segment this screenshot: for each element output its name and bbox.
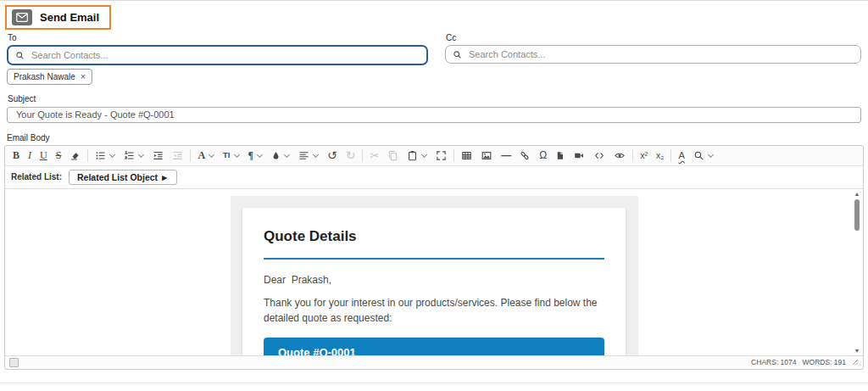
remove-recipient-icon[interactable]: ×	[81, 72, 86, 81]
redo-button: ↻	[342, 148, 360, 163]
cc-searchbox	[445, 45, 861, 64]
text-size-button[interactable]: TI	[219, 149, 243, 161]
insert-table-icon	[461, 150, 472, 161]
paragraph-format-button[interactable]: ¶	[244, 148, 267, 162]
recipient-chip[interactable]: Prakash Nawale ×	[7, 69, 92, 85]
chevron-down-icon	[209, 153, 214, 159]
chevron-down-icon	[257, 153, 263, 159]
recipient-chip-name: Prakash Nawale	[14, 72, 75, 81]
rich-text-editor: BIUSATI¶↺↻✂—Ωx²x₂A Related List: Related…	[4, 145, 864, 370]
search-icon	[453, 50, 462, 59]
insert-image-button[interactable]	[476, 148, 497, 163]
find-replace-button[interactable]	[689, 148, 718, 163]
email-body-label: Email Body	[7, 133, 861, 142]
font-color-button[interactable]: A	[193, 148, 219, 162]
toolbar-separator	[670, 149, 671, 162]
strikethrough-icon: S	[56, 150, 62, 160]
highlight-color-button[interactable]	[267, 148, 294, 163]
text-size-icon: TI	[223, 151, 230, 159]
copy-button	[383, 148, 403, 163]
paste-icon	[407, 150, 418, 161]
insert-file-button[interactable]	[551, 148, 569, 163]
vertical-scrollbar[interactable]: ▲ ▼	[852, 190, 862, 355]
subscript-button[interactable]: x₂	[652, 149, 668, 162]
scroll-up-icon[interactable]: ▲	[854, 190, 860, 198]
outdent-icon	[172, 150, 183, 161]
greeting-text: Dear Prakash,	[264, 274, 604, 286]
send-email-header: Send Email	[5, 5, 111, 30]
blue-divider	[264, 258, 604, 260]
intro-paragraph: Thank you for your interest in our produ…	[264, 295, 604, 327]
superscript-button[interactable]: x²	[636, 149, 652, 162]
bold-icon: B	[13, 150, 19, 160]
subject-input[interactable]	[7, 107, 861, 123]
chevron-down-icon	[421, 153, 427, 159]
code-view-button[interactable]	[589, 148, 609, 163]
highlight-color-icon	[271, 150, 281, 161]
toolbar-separator	[87, 149, 88, 162]
editor-grip-icon	[9, 358, 19, 367]
cc-label: Cc	[446, 33, 861, 42]
scroll-down-icon[interactable]: ▼	[854, 347, 860, 355]
spell-check-button[interactable]: A	[674, 149, 688, 162]
chevron-down-icon	[234, 153, 240, 159]
scrollbar-thumb[interactable]	[854, 199, 860, 231]
ordered-list-icon	[124, 150, 135, 161]
quote-number-banner: Quote #Q-0001	[264, 338, 604, 355]
subscript-icon: x₂	[656, 151, 664, 160]
cc-search-input[interactable]	[467, 48, 854, 60]
indent-button[interactable]	[148, 148, 168, 163]
insert-link-button[interactable]	[515, 148, 535, 163]
related-list-object-button[interactable]: Related List Object ►	[69, 170, 177, 185]
page-title: Send Email	[40, 11, 99, 24]
insert-link-icon	[519, 150, 531, 161]
spell-check-icon: A	[678, 151, 684, 160]
insert-table-button[interactable]	[457, 148, 476, 163]
insert-video-icon	[573, 150, 585, 161]
to-searchbox	[7, 45, 428, 65]
email-preview-card: Quote Details Dear Prakash, Thank you fo…	[242, 208, 626, 355]
font-color-icon: A	[198, 150, 205, 160]
find-replace-icon	[693, 150, 704, 161]
toolbar-separator	[362, 149, 363, 162]
code-view-icon	[593, 150, 605, 161]
toolbar-separator	[632, 149, 633, 162]
cut-icon: ✂	[370, 150, 379, 161]
special-characters-icon: Ω	[539, 150, 547, 160]
chevron-down-icon	[109, 153, 115, 159]
related-list-bar: Related List: Related List Object ►	[5, 166, 863, 189]
strikethrough-button[interactable]: S	[52, 148, 66, 162]
footer-actions: Cancel Send Email	[0, 383, 868, 391]
preview-button[interactable]	[609, 148, 630, 163]
special-characters-button[interactable]: Ω	[535, 148, 551, 162]
insert-video-button[interactable]	[569, 148, 589, 163]
editor-toolbar: BIUSATI¶↺↻✂—Ωx²x₂A	[5, 146, 863, 166]
clear-formatting-icon	[70, 150, 81, 161]
horizontal-line-button[interactable]: —	[497, 148, 515, 162]
related-list-label: Related List:	[11, 172, 62, 182]
fullscreen-icon	[436, 150, 447, 161]
word-count: WORDS: 191	[803, 358, 847, 366]
send-email-window: Send Email To Prakash Nawale × Cc	[0, 0, 868, 391]
clear-formatting-button[interactable]	[65, 148, 85, 163]
ordered-list-button[interactable]	[120, 148, 148, 163]
paragraph-format-icon: ¶	[248, 150, 253, 160]
align-button[interactable]	[294, 148, 323, 163]
quote-details-heading: Quote Details	[264, 228, 604, 245]
underline-button[interactable]: U	[36, 148, 52, 162]
to-search-input[interactable]	[30, 49, 420, 61]
editor-content-area[interactable]: Quote Details Dear Prakash, Thank you fo…	[5, 189, 863, 355]
paste-button[interactable]	[403, 148, 431, 163]
preview-icon	[614, 150, 626, 161]
to-label: To	[8, 33, 428, 42]
horizontal-line-icon: —	[501, 150, 510, 160]
italic-button[interactable]: I	[24, 148, 36, 162]
resize-handle-icon[interactable]	[852, 359, 859, 366]
unordered-list-button[interactable]	[91, 148, 120, 163]
underline-icon: U	[40, 150, 47, 160]
undo-button[interactable]: ↺	[323, 148, 342, 163]
search-icon	[15, 51, 25, 60]
chevron-down-icon	[708, 153, 714, 159]
bold-button[interactable]: B	[8, 148, 24, 162]
fullscreen-button[interactable]	[431, 148, 451, 163]
